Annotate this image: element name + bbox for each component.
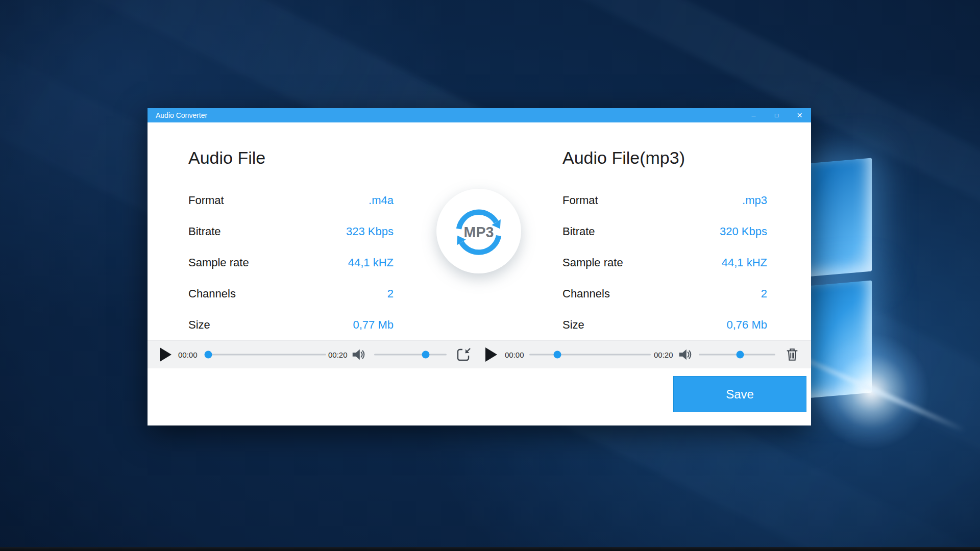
maximize-button[interactable]: □ bbox=[765, 108, 788, 122]
elapsed-time-target: 00:00 bbox=[505, 350, 528, 359]
spec-label: Bitrate bbox=[562, 225, 595, 238]
spec-label: Format bbox=[188, 194, 224, 207]
window-title: Audio Converter bbox=[148, 111, 742, 119]
slider-thumb[interactable] bbox=[737, 351, 744, 359]
spec-value: 320 Kbps bbox=[720, 225, 767, 238]
spec-row: Format.mp3 bbox=[562, 185, 767, 216]
spec-value: 2 bbox=[761, 287, 767, 300]
convert-mp3-icon: MP3 bbox=[436, 189, 521, 273]
spec-label: Channels bbox=[562, 287, 610, 300]
slider-track bbox=[205, 354, 326, 356]
spec-label: Channels bbox=[188, 287, 236, 300]
spec-row: Channels2 bbox=[188, 278, 394, 309]
volume-slider-target[interactable] bbox=[699, 350, 775, 359]
play-icon bbox=[159, 347, 172, 362]
import-icon[interactable] bbox=[456, 346, 472, 363]
desktop-wallpaper: Audio Converter – □ ✕ Audio File Audio F… bbox=[0, 0, 980, 551]
duration-target: 00:20 bbox=[654, 350, 677, 359]
audio-converter-window: Audio Converter – □ ✕ Audio File Audio F… bbox=[148, 108, 811, 425]
arrow-into-box-icon bbox=[456, 346, 472, 363]
window-controls: – □ ✕ bbox=[742, 108, 811, 122]
spec-row: Sample rate44,1 kHZ bbox=[562, 247, 767, 278]
mp3-badge-text: MP3 bbox=[464, 224, 494, 240]
spec-row: Sample rate44,1 kHZ bbox=[188, 247, 394, 278]
spec-label: Size bbox=[562, 318, 584, 332]
seek-slider-target[interactable] bbox=[529, 350, 651, 359]
taskbar[interactable] bbox=[0, 547, 980, 551]
slider-thumb[interactable] bbox=[422, 351, 429, 359]
spec-value: 44,1 kHZ bbox=[348, 256, 394, 269]
player-bar: 00:00 00:20 bbox=[148, 340, 811, 368]
spec-value: 0,77 Mb bbox=[353, 318, 394, 332]
speaker-icon bbox=[677, 347, 693, 362]
spec-row: Bitrate320 Kbps bbox=[562, 216, 767, 247]
spec-value: 2 bbox=[387, 287, 394, 300]
volume-slider-source[interactable] bbox=[374, 350, 447, 359]
spec-value: 0,76 Mb bbox=[727, 318, 768, 332]
spec-row: Channels2 bbox=[562, 278, 767, 309]
slider-thumb[interactable] bbox=[205, 351, 212, 359]
slider-thumb[interactable] bbox=[553, 351, 561, 359]
duration-source: 00:20 bbox=[328, 350, 352, 359]
slider-track bbox=[374, 354, 447, 356]
spec-label: Bitrate bbox=[188, 225, 221, 238]
slider-track bbox=[529, 354, 651, 356]
play-source-button[interactable] bbox=[159, 347, 172, 362]
spec-label: Format bbox=[562, 194, 598, 207]
spec-row: Format.m4a bbox=[188, 185, 394, 216]
window-content: Audio File Audio File(mp3) Format.m4a Bi… bbox=[148, 122, 811, 425]
speaker-icon bbox=[351, 347, 366, 362]
trash-icon bbox=[785, 347, 800, 362]
minimize-button[interactable]: – bbox=[742, 108, 765, 122]
spec-value: .mp3 bbox=[742, 194, 767, 207]
source-heading: Audio File bbox=[188, 148, 265, 168]
spec-value: .m4a bbox=[369, 194, 394, 207]
elapsed-time-source: 00:00 bbox=[178, 350, 202, 359]
close-button[interactable]: ✕ bbox=[788, 108, 811, 122]
spec-row: Size0,77 Mb bbox=[188, 309, 394, 340]
seek-slider-source[interactable] bbox=[205, 350, 326, 359]
save-button[interactable]: Save bbox=[673, 376, 806, 412]
spec-value: 44,1 kHZ bbox=[722, 256, 767, 269]
volume-icon-target[interactable] bbox=[677, 347, 693, 362]
window-titlebar[interactable]: Audio Converter – □ ✕ bbox=[148, 108, 811, 122]
spec-value: 323 Kbps bbox=[346, 225, 394, 238]
delete-icon[interactable] bbox=[785, 347, 800, 362]
source-spec-list: Format.m4a Bitrate323 Kbps Sample rate44… bbox=[188, 185, 394, 340]
target-heading: Audio File(mp3) bbox=[562, 148, 685, 168]
play-icon bbox=[484, 347, 498, 362]
spec-row: Bitrate323 Kbps bbox=[188, 216, 394, 247]
circular-arrows-icon: MP3 bbox=[445, 197, 512, 265]
target-spec-list: Format.mp3 Bitrate320 Kbps Sample rate44… bbox=[562, 185, 767, 340]
play-target-button[interactable] bbox=[484, 347, 498, 362]
spec-label: Size bbox=[188, 318, 210, 332]
spec-label: Sample rate bbox=[562, 256, 623, 269]
spec-row: Size0,76 Mb bbox=[562, 309, 767, 340]
volume-icon-source[interactable] bbox=[351, 347, 366, 362]
spec-label: Sample rate bbox=[188, 256, 249, 269]
